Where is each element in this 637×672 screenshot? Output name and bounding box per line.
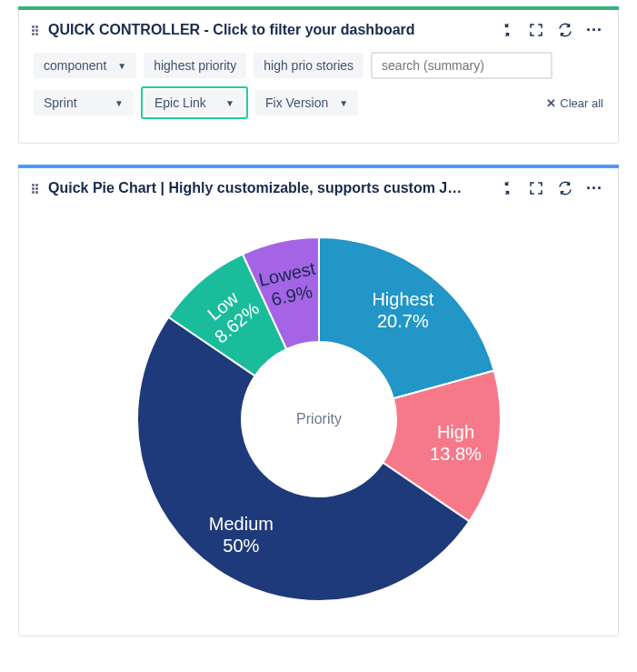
svg-text:50%: 50%: [223, 536, 259, 556]
epic-link-dropdown[interactable]: Epic Link ▼: [144, 90, 244, 115]
quick-pie-chart-panel: Quick Pie Chart | Highly customizable, s…: [18, 165, 619, 637]
refresh-icon[interactable]: [556, 21, 574, 39]
sprint-dropdown[interactable]: Sprint ▼: [34, 90, 134, 115]
panel-title: QUICK CONTROLLER - Click to filter your …: [48, 22, 491, 38]
drag-grip-icon[interactable]: [32, 182, 41, 195]
panel-title: Quick Pie Chart | Highly customizable, s…: [48, 180, 491, 196]
fullscreen-icon[interactable]: [527, 179, 545, 197]
filter-chip-highest-priority[interactable]: highest priority: [144, 53, 246, 78]
epic-link-highlight: Epic Link ▼: [141, 86, 248, 119]
svg-text:13.8%: 13.8%: [430, 444, 482, 464]
quick-controller-panel: QUICK CONTROLLER - Click to filter your …: [18, 7, 619, 144]
svg-text:Medium: Medium: [208, 514, 273, 534]
dropdown-label: component: [44, 58, 106, 73]
chevron-down-icon: ▼: [117, 61, 126, 71]
priority-pie-chart: Highest20.7%High13.8%Medium50%Low8.62%Lo…: [101, 219, 537, 619]
panel-accent-bar: [18, 165, 619, 168]
chart-container: Highest20.7%High13.8%Medium50%Low8.62%Lo…: [34, 210, 603, 619]
panel-header: Quick Pie Chart | Highly customizable, s…: [19, 166, 618, 206]
panel-header: QUICK CONTROLLER - Click to filter your …: [19, 8, 618, 48]
panel-actions: ···: [498, 179, 603, 197]
svg-text:20.7%: 20.7%: [376, 311, 428, 331]
panel-accent-bar: [18, 6, 619, 10]
filter-row-1: component ▼ highest priority high prio s…: [34, 52, 603, 79]
panel-body: component ▼ highest priority high prio s…: [19, 48, 618, 143]
search-input[interactable]: [371, 52, 552, 79]
chevron-down-icon: ▼: [225, 98, 234, 108]
dropdown-label: Epic Link: [154, 95, 206, 110]
clear-all-label: Clear all: [560, 96, 603, 110]
chevron-down-icon: ▼: [339, 98, 348, 108]
clear-all-button[interactable]: ✕ Clear all: [546, 96, 603, 110]
collapse-icon[interactable]: [498, 179, 516, 197]
chevron-down-icon: ▼: [114, 98, 124, 108]
svg-text:Highest: Highest: [372, 289, 433, 309]
more-menu-icon[interactable]: ···: [585, 21, 603, 39]
fix-version-dropdown[interactable]: Fix Version ▼: [255, 90, 358, 115]
dropdown-label: Fix Version: [265, 95, 328, 110]
filter-row-2: Sprint ▼ Epic Link ▼ Fix Version ▼ ✕ Cle…: [34, 86, 603, 119]
chart-center-label: Priority: [296, 411, 342, 426]
drag-grip-icon[interactable]: [32, 24, 41, 36]
collapse-icon[interactable]: [498, 21, 516, 39]
panel-actions: ···: [498, 21, 603, 39]
close-icon: ✕: [546, 96, 556, 110]
svg-text:High: High: [436, 422, 473, 442]
refresh-icon[interactable]: [556, 179, 574, 197]
component-dropdown[interactable]: component ▼: [34, 53, 136, 78]
panel-body: Highest20.7%High13.8%Medium50%Low8.62%Lo…: [19, 206, 618, 636]
more-menu-icon[interactable]: ···: [585, 179, 603, 197]
dropdown-label: Sprint: [44, 95, 77, 110]
filter-chip-high-prio-stories[interactable]: high prio stories: [254, 53, 363, 78]
fullscreen-icon[interactable]: [527, 21, 545, 39]
